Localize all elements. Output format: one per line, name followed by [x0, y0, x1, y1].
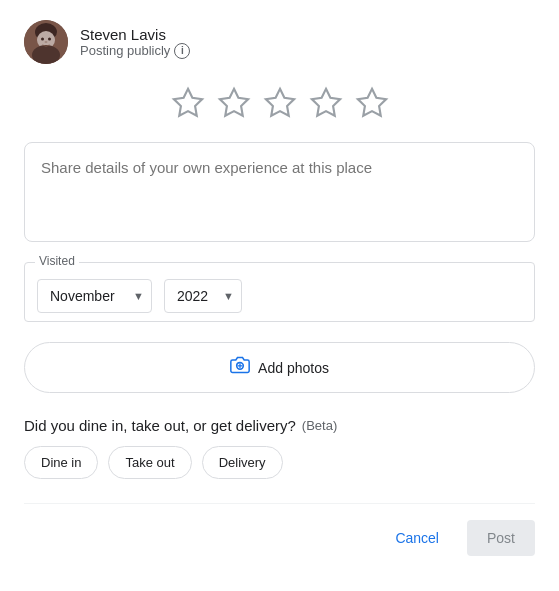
- add-photos-label: Add photos: [258, 360, 329, 376]
- dine-question: Did you dine in, take out, or get delive…: [24, 417, 535, 434]
- dine-question-text: Did you dine in, take out, or get delive…: [24, 417, 296, 434]
- cancel-button[interactable]: Cancel: [375, 520, 459, 556]
- svg-marker-9: [265, 89, 293, 116]
- star-4[interactable]: [307, 84, 345, 122]
- year-select-wrap: 2019 2020 2021 2022 2023 2024 ▼: [164, 279, 242, 313]
- delivery-button[interactable]: Delivery: [202, 446, 283, 479]
- camera-icon: [230, 355, 250, 380]
- posting-row: Posting publicly i: [80, 43, 190, 59]
- avatar: [24, 20, 68, 64]
- svg-marker-7: [173, 89, 201, 116]
- visited-label: Visited: [35, 254, 79, 268]
- dine-in-button[interactable]: Dine in: [24, 446, 98, 479]
- svg-point-6: [45, 41, 48, 43]
- add-photos-button[interactable]: Add photos: [24, 342, 535, 393]
- review-textarea[interactable]: [24, 142, 535, 242]
- visited-section: Visited January February March April May…: [24, 262, 535, 322]
- user-info: Steven Lavis Posting publicly i: [80, 26, 190, 59]
- take-out-button[interactable]: Take out: [108, 446, 191, 479]
- star-1[interactable]: [169, 84, 207, 122]
- month-select-wrap: January February March April May June Ju…: [37, 279, 152, 313]
- user-name: Steven Lavis: [80, 26, 190, 43]
- beta-tag: (Beta): [302, 418, 337, 433]
- dropdowns-row: January February March April May June Ju…: [37, 279, 522, 313]
- user-header: Steven Lavis Posting publicly i: [24, 20, 535, 64]
- star-5[interactable]: [353, 84, 391, 122]
- post-button[interactable]: Post: [467, 520, 535, 556]
- svg-point-5: [48, 38, 51, 41]
- star-3[interactable]: [261, 84, 299, 122]
- year-select[interactable]: 2019 2020 2021 2022 2023 2024: [164, 279, 242, 313]
- svg-point-4: [41, 38, 44, 41]
- info-icon[interactable]: i: [174, 43, 190, 59]
- month-select[interactable]: January February March April May June Ju…: [37, 279, 152, 313]
- posting-label: Posting publicly: [80, 43, 170, 58]
- dine-options: Dine in Take out Delivery: [24, 446, 535, 479]
- svg-marker-10: [311, 89, 339, 116]
- svg-marker-11: [357, 89, 385, 116]
- review-form: Steven Lavis Posting publicly i: [0, 0, 559, 580]
- star-rating: [24, 84, 535, 122]
- svg-marker-8: [219, 89, 247, 116]
- star-2[interactable]: [215, 84, 253, 122]
- dine-section: Did you dine in, take out, or get delive…: [24, 417, 535, 479]
- footer-row: Cancel Post: [24, 503, 535, 556]
